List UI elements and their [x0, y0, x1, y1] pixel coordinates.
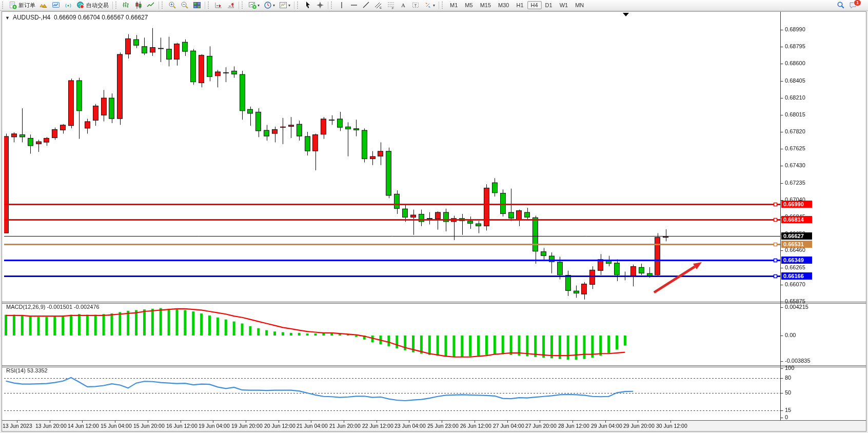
svg-text:F: F — [392, 7, 394, 9]
price-chart-canvas[interactable] — [0, 0, 868, 433]
fibonacci-button[interactable]: F — [385, 0, 397, 10]
notifications-button[interactable]: 1 — [847, 0, 867, 10]
zoom-in-button[interactable] — [166, 0, 179, 10]
timeframe-m30-label: M30 — [498, 2, 509, 8]
toolbar-separator — [159, 2, 159, 9]
cursor-button[interactable] — [302, 0, 314, 10]
timeframe-d1[interactable]: D1 — [542, 1, 556, 9]
toolbar-grip-handle[interactable] — [297, 2, 301, 9]
crosshair-button[interactable] — [314, 0, 326, 10]
timeframe-w1[interactable]: W1 — [556, 1, 572, 9]
community-icon — [52, 1, 60, 9]
search-icon — [837, 1, 845, 9]
trendline-icon — [362, 1, 370, 9]
autotrading-button-label: 自动交易 — [86, 2, 109, 9]
timeframe-m15-label: M15 — [480, 2, 491, 8]
template-icon — [279, 1, 287, 9]
toolbar-grip-handle[interactable] — [208, 2, 211, 9]
toolbar-grip-handle[interactable] — [442, 2, 445, 9]
line-icon — [147, 1, 155, 9]
vertical-line-button[interactable] — [336, 0, 348, 10]
dropdown-caret-icon: ▾ — [258, 3, 260, 8]
channel-button[interactable]: E — [372, 0, 385, 10]
arrows-icon — [424, 1, 432, 9]
timeframe-h1-label: H1 — [516, 2, 523, 8]
chartshift-icon — [227, 1, 235, 9]
arrows-button[interactable]: ▾ — [422, 0, 437, 10]
toolbar-grip-handle[interactable] — [115, 2, 119, 9]
autoscroll-icon — [214, 1, 223, 9]
horizontal-line-button[interactable] — [348, 0, 360, 10]
timeframe-m30[interactable]: M30 — [495, 1, 512, 9]
signals-button[interactable] — [62, 0, 74, 10]
clock-icon — [264, 1, 272, 9]
gold-icon — [40, 1, 48, 9]
timeframe-m5[interactable]: M5 — [461, 1, 476, 9]
toolbar-separator — [294, 2, 294, 9]
timeframe-h4[interactable]: H4 — [527, 1, 542, 9]
periods-button[interactable]: ▾ — [262, 0, 277, 10]
channel-icon: E — [374, 1, 383, 9]
text-button[interactable]: A — [397, 0, 409, 10]
timeframe-w1-label: W1 — [560, 2, 568, 8]
timeframe-m5-label: M5 — [465, 2, 472, 8]
timeframe-h1[interactable]: H1 — [512, 1, 527, 9]
dropdown-caret-icon: ▾ — [433, 3, 435, 8]
new-order-icon — [9, 1, 17, 9]
toolbar-separator — [239, 2, 239, 9]
svg-text:A: A — [401, 2, 405, 8]
candles-icon — [134, 1, 143, 9]
toolbar-grip-handle[interactable] — [162, 2, 165, 9]
bar-chart-button[interactable] — [120, 0, 132, 10]
fibo-icon: F — [387, 1, 395, 9]
zoom-out-icon — [181, 1, 189, 9]
toolbar-separator — [205, 2, 205, 9]
templates-button[interactable]: ▾ — [277, 0, 292, 10]
hline-icon — [350, 1, 358, 9]
label-button[interactable]: T — [409, 0, 422, 10]
cursor-icon — [304, 1, 312, 9]
toolbar-grip-handle[interactable] — [2, 2, 6, 9]
toolbar-right-group: 1 — [835, 0, 867, 10]
new-order-button[interactable]: 新订单 — [7, 0, 37, 10]
tile-icon — [193, 1, 201, 9]
mt4-terminal: 新订单自动交易▾▾▾EFAT▾M1M5M15M30H1H4D1W1MN1 ▼AU… — [0, 0, 868, 433]
dropdown-caret-icon: ▾ — [273, 3, 275, 8]
new-order-button-label: 新订单 — [18, 2, 35, 9]
tile-windows-button[interactable] — [191, 0, 203, 10]
timeframe-mn-label: MN — [575, 2, 584, 8]
timeframe-m1[interactable]: M1 — [446, 1, 461, 9]
signal-icon — [64, 1, 72, 9]
timeframe-m1-label: M1 — [450, 2, 458, 8]
chart-shift-button[interactable] — [225, 0, 237, 10]
timeframe-m15[interactable]: M15 — [477, 1, 495, 9]
toolbar-separator — [112, 2, 113, 9]
bars-icon — [122, 1, 130, 9]
toolbar-separator — [328, 2, 328, 9]
zoom-in-icon — [168, 1, 176, 9]
vline-icon — [338, 1, 346, 9]
candlestick-chart-button[interactable] — [132, 0, 145, 10]
timeframe-h4-label: H4 — [531, 2, 538, 8]
add-indicator-icon — [248, 1, 257, 9]
svg-text:T: T — [415, 3, 417, 8]
dropdown-caret-icon: ▾ — [288, 3, 290, 8]
notification-badge: 1 — [854, 0, 861, 6]
timeframe-d1-label: D1 — [545, 2, 553, 8]
timeframe-mn[interactable]: MN — [571, 1, 587, 9]
trendline-button[interactable] — [360, 0, 372, 10]
deposit-button[interactable] — [37, 0, 50, 10]
auto-scroll-button[interactable] — [212, 0, 225, 10]
crosshair-icon — [316, 1, 324, 9]
toolbar-grip-handle[interactable] — [242, 2, 245, 9]
indicators-button[interactable]: ▾ — [246, 0, 262, 10]
zoom-out-button[interactable] — [179, 0, 191, 10]
line-chart-button[interactable] — [145, 0, 157, 10]
label-icon: T — [411, 1, 420, 9]
community-button[interactable] — [50, 0, 62, 10]
toolbar: 新订单自动交易▾▾▾EFAT▾M1M5M15M30H1H4D1W1MN1 — [0, 0, 868, 11]
toolbar-grip-handle[interactable] — [331, 2, 334, 9]
text-icon: A — [399, 1, 407, 9]
autotrading-button[interactable]: 自动交易 — [74, 0, 111, 10]
search-button[interactable] — [835, 0, 847, 10]
